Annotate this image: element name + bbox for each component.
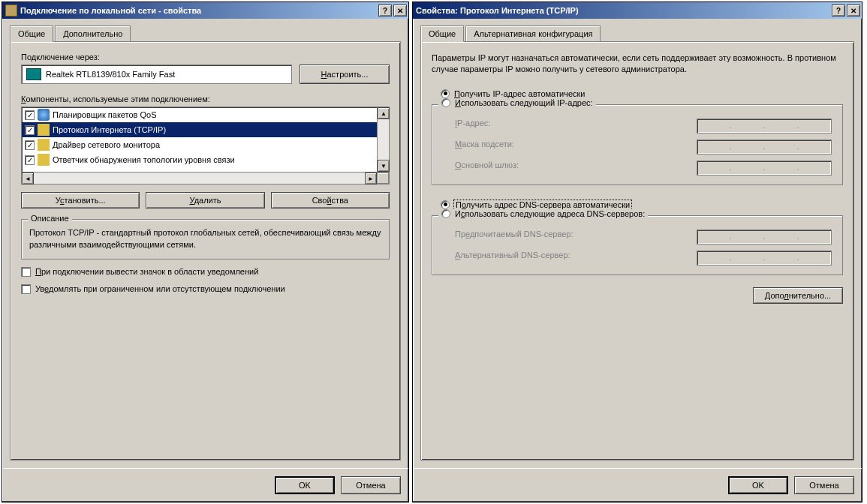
tab-general[interactable]: Общие [10, 26, 53, 42]
titlebar: Подключение по локальной сети - свойства… [2, 2, 408, 19]
adapter-name: Realtek RTL8139/810x Family Fast [46, 70, 175, 79]
dns-preferred-input: ... [697, 230, 832, 244]
description-title: Описание [28, 214, 72, 223]
app-icon [5, 4, 17, 16]
list-item-label: Протокол Интернета (TCP/IP) [53, 125, 166, 134]
manual-ip-group: Использовать следующий IP-адрес: IP-адре… [432, 104, 843, 185]
radio-label: Использовать следующий IP-адрес: [455, 98, 593, 107]
radio-label: Использовать следующие адреса DNS-сервер… [455, 209, 645, 218]
dns-alternate-label: Альтернативный DNS-сервер: [455, 250, 688, 266]
subnet-mask-label: Маска подсети: [455, 140, 688, 154]
list-item-label: Ответчик обнаружения топологии уровня св… [53, 155, 235, 164]
scrollbar-horizontal[interactable]: ◄ ► [22, 172, 389, 184]
radio-icon[interactable] [441, 209, 450, 218]
radio-icon[interactable] [441, 98, 450, 107]
help-button[interactable]: ? [378, 4, 392, 16]
radio-manual-ip[interactable]: Использовать следующий IP-адрес: [438, 98, 596, 107]
help-button[interactable]: ? [832, 4, 845, 16]
checkbox-label: Уведомлять при ограниченном или отсутств… [35, 284, 285, 293]
scroll-left-icon[interactable]: ◄ [22, 172, 34, 184]
info-text: Параметры IP могут назначаться автоматич… [432, 52, 843, 76]
close-button[interactable]: ✕ [393, 4, 407, 16]
protocol-icon [38, 139, 50, 151]
radio-icon[interactable] [441, 200, 450, 209]
close-button[interactable]: ✕ [847, 4, 860, 16]
tabs: Общие Альтернативная конфигурация [420, 26, 854, 42]
radio-label: Получить IP-адрес автоматически [454, 89, 585, 98]
scroll-track[interactable] [34, 172, 365, 184]
list-item-qos[interactable]: ✓ Планировщик пакетов QoS [22, 107, 377, 122]
network-card-icon [26, 68, 41, 80]
tab-advanced[interactable]: Дополнительно [55, 26, 131, 42]
manual-dns-group: Использовать следующие адреса DNS-сервер… [432, 215, 843, 275]
tab-general[interactable]: Общие [420, 26, 464, 42]
radio-icon[interactable] [441, 89, 450, 98]
dialog-footer: OK Отмена [413, 468, 862, 502]
subnet-mask-input: ... [697, 140, 832, 154]
configure-button[interactable]: Настроить... [300, 64, 390, 84]
checkbox-icon[interactable]: ✓ [25, 155, 35, 165]
ip-address-input: ... [697, 118, 832, 134]
scrollbar-vertical[interactable]: ▲ ▼ [377, 107, 389, 172]
advanced-button[interactable]: Дополнительно... [753, 287, 843, 304]
dns-preferred-label: Предпочитаемый DNS-сервер: [455, 230, 688, 244]
description-text: Протокол TCP/IP - стандартный протокол г… [29, 227, 381, 251]
title-text: Подключение по локальной сети - свойства [20, 6, 377, 15]
tray-checkbox-row[interactable]: При подключении вывести значок в области… [21, 267, 390, 277]
scroll-up-icon[interactable]: ▲ [378, 107, 390, 119]
list-item-lldp[interactable]: ✓ Ответчик обнаружения топологии уровня … [22, 152, 377, 167]
list-item-netmon[interactable]: ✓ Драйвер сетевого монитора [22, 137, 377, 152]
dialog-footer: OK Отмена [2, 468, 408, 502]
list-item-label: Планировщик пакетов QoS [53, 110, 157, 119]
checkbox-icon[interactable] [21, 284, 31, 294]
checkbox-icon[interactable]: ✓ [25, 140, 35, 150]
radio-label: Получить адрес DNS-сервера автоматически [454, 200, 631, 209]
dns-alternate-input: ... [697, 250, 832, 266]
checkbox-label: При подключении вывести значок в области… [35, 267, 258, 276]
list-item-label: Драйвер сетевого монитора [53, 140, 160, 149]
limited-checkbox-row[interactable]: Уведомлять при ограниченном или отсутств… [21, 284, 390, 294]
tabs: Общие Дополнительно [10, 26, 401, 42]
install-button[interactable]: Установить... [21, 192, 140, 208]
tab-panel: Параметры IP могут назначаться автоматич… [420, 41, 854, 460]
qos-icon [38, 109, 50, 121]
ip-address-label: IP-адрес: [455, 118, 688, 134]
checkbox-icon[interactable]: ✓ [25, 125, 35, 135]
connect-via-label: Подключение через: [21, 52, 390, 62]
description-group: Описание Протокол TCP/IP - стандартный п… [21, 219, 390, 260]
tab-panel: Подключение через: Realtek RTL8139/810x … [10, 41, 401, 460]
cancel-button[interactable]: Отмена [794, 476, 854, 494]
properties-button[interactable]: Свойства [271, 192, 390, 208]
list-item-tcpip[interactable]: ✓ Протокол Интернета (TCP/IP) [22, 122, 377, 137]
tcpip-properties-window: Свойства: Протокол Интернета (TCP/IP) ? … [412, 2, 862, 502]
adapter-field: Realtek RTL8139/810x Family Fast [21, 64, 292, 84]
titlebar: Свойства: Протокол Интернета (TCP/IP) ? … [413, 2, 862, 19]
lan-properties-window: Подключение по локальной сети - свойства… [2, 2, 409, 502]
remove-button[interactable]: Удалить [146, 192, 264, 208]
gateway-input: ... [697, 160, 832, 176]
components-label: Компоненты, используемые этим подключени… [21, 94, 390, 104]
scroll-track[interactable] [378, 119, 389, 160]
radio-manual-dns[interactable]: Использовать следующие адреса DNS-сервер… [438, 209, 648, 218]
protocol-icon [38, 154, 50, 166]
scroll-right-icon[interactable]: ► [365, 172, 377, 184]
title-text: Свойства: Протокол Интернета (TCP/IP) [416, 6, 830, 15]
gateway-label: Основной шлюз: [455, 160, 688, 176]
protocol-icon [38, 124, 50, 136]
components-listbox[interactable]: ✓ Планировщик пакетов QoS ✓ Протокол Инт… [21, 106, 390, 184]
ok-button[interactable]: OK [728, 476, 788, 494]
cancel-button[interactable]: Отмена [341, 476, 401, 494]
checkbox-icon[interactable]: ✓ [25, 110, 35, 120]
checkbox-icon[interactable] [21, 267, 31, 277]
ok-button[interactable]: OK [275, 476, 335, 494]
scroll-down-icon[interactable]: ▼ [378, 160, 390, 172]
tab-alternate[interactable]: Альтернативная конфигурация [465, 26, 601, 42]
